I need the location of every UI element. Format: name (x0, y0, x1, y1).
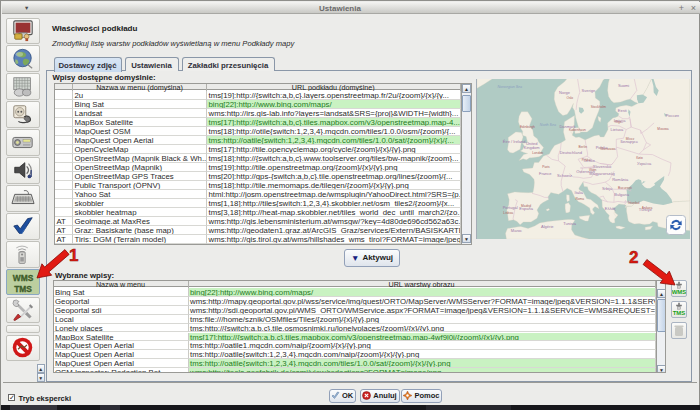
svg-text:Srbija: Srbija (601, 186, 612, 191)
svg-text:Madrid: Madrid (521, 203, 531, 207)
svg-text:København: København (569, 127, 586, 131)
svg-text:Россия: Россия (665, 112, 678, 117)
svg-text:Oslo: Oslo (566, 95, 573, 99)
svg-text:Warszawa: Warszawa (600, 146, 615, 150)
svg-text:Україна: Україна (637, 161, 652, 166)
svg-text:Stockholm: Stockholm (590, 104, 606, 108)
svg-text:Italia: Italia (574, 190, 583, 195)
svg-text:Edinburgh: Edinburgh (519, 125, 534, 129)
svg-text:Москва: Москва (657, 126, 668, 130)
svg-text:Portugal: Portugal (502, 205, 517, 210)
svg-text:România: România (612, 177, 629, 182)
svg-text:Algérie: Algérie (541, 223, 554, 228)
svg-text:Magyarország: Magyarország (589, 171, 614, 176)
svg-text:France: France (539, 170, 552, 175)
svg-text:Éire / Ireland: Éire / Ireland (502, 138, 525, 143)
svg-text:Praha: Praha (581, 157, 590, 161)
svg-text:North Sea: North Sea (539, 123, 555, 127)
svg-text:TMS: TMS (672, 310, 685, 316)
svg-text:Suomi: Suomi (617, 82, 628, 87)
svg-text:Мінск: Мінск (625, 137, 634, 141)
svg-text:Norge: Norge (559, 89, 571, 94)
svg-text:Lietuva: Lietuva (610, 127, 624, 132)
svg-text:Berlin: Berlin (578, 145, 587, 149)
svg-text:Lisboa: Lisboa (503, 210, 513, 214)
svg-text:Ελλάς: Ελλάς (604, 206, 615, 211)
svg-text:Київ: Київ (636, 156, 643, 160)
svg-text:Ankara: Ankara (641, 205, 652, 209)
svg-text:WMS: WMS (672, 289, 686, 295)
svg-text:București: București (618, 185, 632, 189)
svg-text:Eesti: Eesti (617, 107, 626, 112)
svg-text:Deutschland: Deutschland (559, 150, 581, 155)
svg-text:Norwegian Sea: Norwegian Sea (497, 85, 522, 89)
svg-text:İstanbul: İstanbul (628, 200, 640, 205)
svg-text:Roma: Roma (575, 197, 584, 201)
svg-text:Rīga: Rīga (614, 119, 621, 123)
svg-text:Bulgaria: Bulgaria (614, 192, 629, 197)
svg-text:TMS: TMS (14, 283, 32, 293)
svg-text:Kingdom: Kingdom (523, 144, 539, 149)
svg-text:Tunisia: Tunisia (563, 221, 577, 226)
svg-text:London: London (532, 150, 543, 154)
svg-text:Maroc: Maroc (510, 228, 521, 233)
svg-text:Schweiz: Schweiz (557, 172, 572, 177)
svg-text:Wien: Wien (588, 167, 596, 171)
svg-text:Paris: Paris (542, 164, 550, 168)
svg-text:WMS: WMS (12, 272, 33, 282)
svg-text:Sverige: Sverige (581, 87, 595, 92)
